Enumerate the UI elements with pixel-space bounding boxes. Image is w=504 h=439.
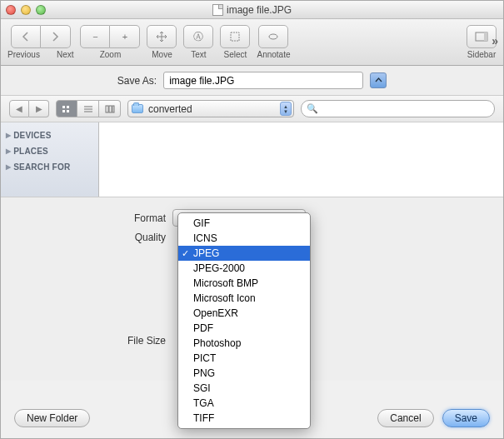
select-button[interactable] xyxy=(220,25,250,48)
new-folder-button[interactable]: New Folder xyxy=(14,409,90,427)
minimize-window-button[interactable] xyxy=(21,5,31,15)
save-as-row: Save As: xyxy=(1,66,503,96)
annotate-label: Annotate xyxy=(257,50,290,59)
svg-rect-11 xyxy=(106,106,108,112)
format-label: Format xyxy=(17,212,172,224)
titlebar: image file.JPG xyxy=(1,1,503,19)
zoom-label: Zoom xyxy=(100,50,122,59)
format-option[interactable]: TIFF xyxy=(178,411,310,426)
disclosure-triangle-icon: ▶ xyxy=(6,132,11,139)
format-option[interactable]: PNG xyxy=(178,366,310,381)
text-button[interactable]: Ⓐ xyxy=(183,25,213,48)
location-label: converted xyxy=(148,103,192,115)
browser-nav: ◀ ▶ converted ▲▼ 🔍 xyxy=(1,96,503,122)
sidebar-header-devices[interactable]: ▶DEVICES xyxy=(4,127,95,143)
disclosure-triangle-icon: ▶ xyxy=(6,147,11,155)
svg-rect-0 xyxy=(231,32,239,41)
format-option[interactable]: GIF xyxy=(178,216,310,231)
view-list-button[interactable] xyxy=(77,100,99,117)
toolbar: Previous Next − + Zoom Move Ⓐ Text xyxy=(1,19,503,66)
sidebar-label: Sidebar xyxy=(467,50,496,59)
format-option[interactable]: Microsoft BMP xyxy=(178,276,310,291)
search-field[interactable]: 🔍 xyxy=(301,100,495,117)
file-browser-pane[interactable] xyxy=(99,122,503,197)
svg-rect-13 xyxy=(112,106,114,112)
window-title: image file.JPG xyxy=(227,4,292,16)
zoom-in-button[interactable]: + xyxy=(110,25,140,48)
format-option[interactable]: JPEG xyxy=(178,246,310,261)
select-label: Select xyxy=(224,50,247,59)
sidebar-header-search[interactable]: ▶SEARCH FOR xyxy=(4,159,95,175)
history-forward-button[interactable]: ▶ xyxy=(29,100,49,117)
sidebar-label: PLACES xyxy=(13,147,48,156)
format-option[interactable]: JPEG-2000 xyxy=(178,261,310,276)
format-option[interactable]: ICNS xyxy=(178,231,310,246)
move-label: Move xyxy=(152,50,172,59)
filesize-label: File Size xyxy=(17,335,172,347)
svg-rect-7 xyxy=(67,110,69,112)
format-option[interactable]: PICT xyxy=(178,351,310,366)
quality-label: Quality xyxy=(17,232,172,243)
previous-button[interactable] xyxy=(11,25,41,48)
sidebar-label: SEARCH FOR xyxy=(13,162,70,172)
format-dropdown[interactable]: GIFICNSJPEGJPEG-2000Microsoft BMPMicroso… xyxy=(177,212,311,429)
save-button[interactable]: Save xyxy=(442,409,490,427)
text-label: Text xyxy=(191,50,206,59)
next-label: Next xyxy=(57,50,74,59)
sidebar-label: DEVICES xyxy=(13,131,51,140)
disclosure-triangle-icon: ▶ xyxy=(6,163,11,171)
search-icon: 🔍 xyxy=(307,103,318,114)
format-option[interactable]: PDF xyxy=(178,321,310,336)
sidebar-header-places[interactable]: ▶PLACES xyxy=(4,143,95,159)
format-option[interactable]: OpenEXR xyxy=(178,306,310,321)
zoom-window-button[interactable] xyxy=(36,5,46,15)
svg-rect-6 xyxy=(62,110,65,112)
view-icons-button[interactable] xyxy=(56,100,77,117)
zoom-out-button[interactable]: − xyxy=(80,25,110,48)
sidebar: ▶DEVICES ▶PLACES ▶SEARCH FOR xyxy=(1,122,99,197)
svg-rect-12 xyxy=(109,106,112,112)
popup-arrows-icon: ▲▼ xyxy=(280,102,292,116)
save-as-input[interactable] xyxy=(163,72,363,89)
toolbar-overflow-icon[interactable]: » xyxy=(492,34,498,47)
format-option[interactable]: TGA xyxy=(178,396,310,411)
format-option[interactable]: SGI xyxy=(178,381,310,396)
next-button[interactable] xyxy=(41,25,71,48)
annotate-button[interactable] xyxy=(258,25,288,48)
document-icon xyxy=(212,4,223,16)
close-window-button[interactable] xyxy=(6,5,16,15)
history-back-button[interactable]: ◀ xyxy=(9,100,29,117)
format-option[interactable]: Microsoft Icon xyxy=(178,291,310,306)
svg-point-1 xyxy=(269,34,277,39)
svg-rect-3 xyxy=(484,32,487,41)
search-input[interactable] xyxy=(322,104,489,114)
move-button[interactable] xyxy=(147,25,177,48)
svg-rect-4 xyxy=(62,106,65,108)
format-option[interactable]: Photoshop xyxy=(178,336,310,351)
location-popup[interactable]: converted ▲▼ xyxy=(127,100,294,117)
cancel-button[interactable]: Cancel xyxy=(377,409,433,427)
previous-label: Previous xyxy=(7,50,40,59)
svg-rect-5 xyxy=(67,106,69,108)
folder-icon xyxy=(132,104,143,113)
save-as-label: Save As: xyxy=(117,75,157,87)
view-columns-button[interactable] xyxy=(99,100,121,117)
disclosure-button[interactable] xyxy=(370,72,387,88)
